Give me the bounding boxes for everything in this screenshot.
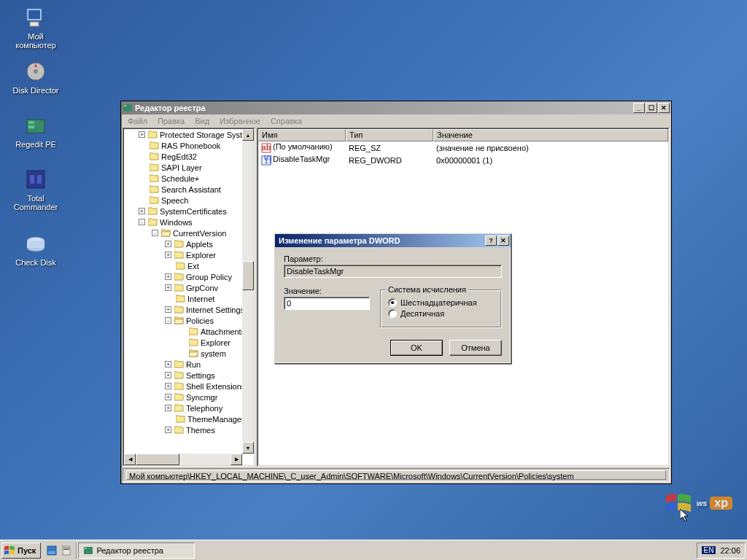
expand-toggle[interactable]: - (165, 317, 171, 324)
tree-node[interactable]: Explorer (124, 337, 254, 348)
tree-node[interactable]: SAPI Layer (124, 162, 254, 173)
tree-node[interactable]: +Internet Settings (124, 304, 254, 315)
tree-label: Themes (186, 426, 215, 435)
folder-icon (160, 229, 171, 238)
tree-node[interactable]: Search Assistant (124, 184, 254, 195)
desktop-icon-total-commander[interactable]: TotalCommander (9, 168, 63, 211)
tree-node[interactable]: -Policies (124, 315, 254, 326)
tree-node[interactable]: system (124, 348, 254, 359)
expand-toggle[interactable]: + (165, 372, 171, 378)
cancel-button[interactable]: Отмена (449, 340, 502, 356)
ok-button[interactable]: OK (390, 340, 443, 356)
list-header: Имя Тип Значение (258, 129, 668, 141)
expand-toggle[interactable]: + (165, 405, 171, 411)
tree-vscrollbar[interactable]: ▲ ▼ (242, 129, 254, 454)
minimize-button[interactable]: _ (633, 103, 645, 113)
col-name[interactable]: Имя (258, 129, 346, 141)
radio-dec-input[interactable] (388, 309, 397, 318)
menu-view[interactable]: Вид (190, 115, 214, 127)
start-button[interactable]: Пуск (1, 542, 41, 559)
tree-node[interactable]: +Settings (124, 370, 254, 381)
menu-edit[interactable]: Правка (152, 115, 190, 127)
tree-node[interactable]: +SystemCertificates (124, 206, 254, 217)
ql-item-2[interactable] (60, 544, 73, 557)
expand-toggle[interactable]: + (139, 131, 145, 138)
mouse-cursor (680, 509, 692, 524)
desktop-icon-my-computer[interactable]: Мойкомпьютер (9, 6, 63, 50)
expand-toggle[interactable]: + (165, 394, 171, 400)
dialog-close-button[interactable]: ✕ (498, 236, 509, 246)
expand-toggle[interactable]: + (139, 208, 145, 214)
tree-node[interactable]: RegEdt32 (124, 151, 254, 162)
tree-node[interactable]: Attachments (124, 326, 254, 337)
icon-label: Disk Director (9, 86, 63, 95)
tree-node[interactable]: +Group Policy (124, 271, 254, 282)
col-type[interactable]: Тип (346, 129, 433, 141)
desktop-icon-regedit-pe[interactable]: Regedit PE (9, 114, 63, 149)
expand-toggle[interactable]: + (165, 252, 171, 258)
radio-hex-input[interactable] (388, 298, 397, 307)
tree-node[interactable]: +Shell Extensions (124, 381, 254, 392)
tree-node[interactable]: ThemeManager (124, 413, 254, 424)
tree-node[interactable]: +Syncmgr (124, 392, 254, 402)
expand-toggle[interactable]: - (139, 219, 145, 225)
expand-toggle[interactable]: + (165, 284, 171, 291)
maximize-button[interactable]: ☐ (646, 103, 657, 113)
menu-file[interactable]: Файл (123, 115, 152, 127)
tree-node[interactable]: Ext (124, 260, 254, 271)
radio-dec[interactable]: Десятичная (388, 309, 494, 318)
tree-node[interactable]: -CurrentVersion (124, 228, 254, 238)
scroll-thumb[interactable] (242, 261, 254, 290)
tree-node[interactable]: +Protected Storage System (124, 129, 254, 140)
dialog-titlebar[interactable]: Изменение параметра DWORD ? ✕ (275, 234, 511, 247)
scroll-left-button[interactable]: ◀ (124, 454, 136, 465)
tree-node[interactable]: +Run (124, 359, 254, 370)
list-body[interactable]: ab(По умолчанию)REG_SZ(значение не присв… (258, 141, 668, 166)
svg-rect-24 (63, 548, 69, 548)
ql-show-desktop[interactable] (45, 544, 58, 557)
tree-hscrollbar[interactable]: ◀ ▶ (124, 454, 242, 465)
expand-toggle[interactable]: + (165, 383, 171, 389)
value-row[interactable]: 011110DisableTaskMgrREG_DWORD0x00000001 … (258, 154, 668, 166)
tree-node[interactable]: Internet (124, 293, 254, 304)
value-input[interactable] (284, 297, 370, 310)
expand-toggle[interactable]: + (165, 273, 171, 280)
close-button[interactable]: ✕ (658, 103, 670, 113)
tree-node[interactable]: -Windows (124, 217, 254, 228)
scroll-right-button[interactable]: ▶ (231, 454, 242, 465)
tree-label: Attachments (201, 327, 245, 336)
registry-tree[interactable]: +Protected Storage SystemRAS PhonebookRe… (124, 129, 254, 454)
expand-toggle[interactable]: + (165, 306, 171, 313)
tree-node[interactable]: RAS Phonebook (124, 140, 254, 151)
col-value[interactable]: Значение (433, 129, 668, 141)
expand-toggle[interactable]: - (152, 230, 158, 236)
tree-node[interactable]: +GrpConv (124, 282, 254, 293)
folder-icon (174, 316, 184, 325)
tree-label: Group Policy (186, 273, 232, 281)
regedit-statusbar: Мой компьютер\HKEY_LOCAL_MACHINE\_C_user… (123, 468, 670, 482)
radio-hex[interactable]: Шестнадцатеричная (388, 298, 494, 307)
menu-help[interactable]: Справка (266, 115, 307, 127)
icon-label: Мойкомпьютер (9, 32, 63, 50)
desktop-icon-disk-director[interactable]: Disk Director (9, 60, 63, 95)
taskbar-task-regedit[interactable]: Редактор реестра (78, 542, 195, 559)
regedit-titlebar[interactable]: Редактор реестра _ ☐ ✕ (121, 101, 671, 114)
tree-node[interactable]: +Explorer (124, 249, 254, 260)
expand-toggle[interactable]: + (165, 361, 171, 368)
language-indicator[interactable]: EN (702, 546, 716, 554)
value-row[interactable]: ab(По умолчанию)REG_SZ(значение не присв… (258, 141, 668, 154)
scroll-down-button[interactable]: ▼ (242, 442, 254, 454)
scroll-up-button[interactable]: ▲ (242, 129, 254, 141)
scroll-thumb[interactable] (136, 454, 179, 465)
tree-node[interactable]: Speech (124, 195, 254, 206)
tree-node[interactable]: +Telephony (124, 402, 254, 413)
expand-toggle[interactable]: + (165, 427, 171, 433)
clock[interactable]: 22:06 (720, 546, 740, 555)
tree-node[interactable]: +Applets (124, 238, 254, 249)
help-button[interactable]: ? (485, 236, 497, 246)
menu-favorites[interactable]: Избранное (214, 115, 266, 127)
expand-toggle[interactable]: + (165, 241, 171, 247)
tree-node[interactable]: Schedule+ (124, 173, 254, 184)
tree-node[interactable]: +Themes (124, 424, 254, 435)
desktop-icon-check-disk[interactable]: Check Disk (9, 232, 63, 267)
